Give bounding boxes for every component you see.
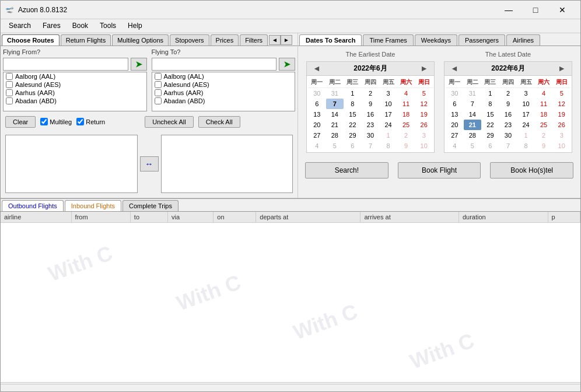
cal-day[interactable]: 2 (397, 130, 415, 141)
airport-checkbox-abd[interactable] (6, 97, 13, 104)
cal-day[interactable]: 30 (308, 88, 326, 99)
cal-day[interactable]: 7 (362, 141, 380, 151)
flying-to-input[interactable] (152, 58, 277, 71)
cal-day[interactable]: 8 (379, 141, 397, 151)
cal-day[interactable]: 7 (499, 141, 517, 151)
cal-day[interactable]: 2 (499, 88, 517, 99)
menu-search[interactable]: Search (3, 20, 37, 31)
from-routes-textarea[interactable] (5, 135, 138, 193)
cal-day[interactable]: 19 (415, 109, 433, 120)
cal-day[interactable]: 12 (415, 99, 433, 109)
tab-prices[interactable]: Prices (211, 34, 239, 46)
cal-day[interactable]: 5 (464, 141, 482, 151)
cal-day[interactable]: 13 (308, 109, 326, 120)
cal-day[interactable]: 14 (326, 109, 344, 120)
cal-day[interactable]: 23 (499, 120, 517, 130)
cal-day[interactable]: 20 (446, 120, 464, 130)
flying-to-list[interactable]: Aalborg (AAL) Aalesund (AES) Aarhus (AAR… (152, 72, 296, 111)
cal-day[interactable]: 10 (552, 141, 570, 151)
cal-day[interactable]: 22 (481, 120, 499, 130)
menu-help[interactable]: Help (122, 20, 148, 31)
cal-day[interactable]: 21 (326, 120, 344, 130)
cal-day[interactable]: 1 (379, 130, 397, 141)
airport-checkbox-aes[interactable] (6, 81, 13, 88)
check-all-button[interactable]: Check All (198, 116, 240, 128)
cal-day-today[interactable]: 7 (326, 99, 344, 109)
earliest-cal-prev[interactable]: ◄ (310, 64, 323, 73)
cal-day[interactable]: 4 (446, 141, 464, 151)
multileg-checkbox[interactable] (40, 118, 48, 125)
latest-cal-prev[interactable]: ◄ (448, 64, 461, 73)
cal-day[interactable]: 31 (326, 88, 344, 99)
tab-inbound-flights[interactable]: Inbound Flights (65, 200, 121, 211)
cal-day[interactable]: 6 (308, 99, 326, 109)
cal-day[interactable]: 24 (379, 120, 397, 130)
cal-day[interactable]: 13 (446, 109, 464, 120)
tab-outbound-flights[interactable]: Outbound Flights (2, 200, 64, 211)
cal-day[interactable]: 2 (535, 130, 553, 141)
tab-airlines[interactable]: Airlines (506, 34, 540, 46)
cal-day[interactable]: 1 (481, 88, 499, 99)
cal-day[interactable]: 25 (535, 120, 553, 130)
tab-time-frames[interactable]: Time Frames (363, 34, 413, 46)
list-item[interactable]: Aalesund (AES) (152, 80, 295, 89)
cal-day[interactable]: 16 (499, 109, 517, 120)
cal-day[interactable]: 9 (499, 99, 517, 109)
cal-day[interactable]: 29 (481, 130, 499, 141)
cal-day[interactable]: 17 (379, 109, 397, 120)
list-item[interactable]: Aalborg (AAL) (4, 72, 146, 80)
cal-day[interactable]: 3 (379, 88, 397, 99)
to-airport-checkbox-abd[interactable] (155, 97, 162, 104)
cal-day[interactable]: 29 (344, 130, 362, 141)
list-item[interactable]: Abadan (ABD) (4, 97, 146, 105)
tab-scroll-prev[interactable]: ◄ (269, 35, 281, 45)
cal-day[interactable]: 28 (326, 130, 344, 141)
cal-day[interactable]: 9 (535, 141, 553, 151)
tab-stopovers[interactable]: Stopovers (170, 34, 209, 46)
tab-return-flights[interactable]: Return Flights (61, 34, 111, 46)
cal-day[interactable]: 5 (415, 88, 433, 99)
cal-day[interactable]: 6 (481, 141, 499, 151)
tab-scroll-next[interactable]: ► (281, 35, 292, 45)
cal-day[interactable]: 4 (308, 141, 326, 151)
cal-day[interactable]: 15 (481, 109, 499, 120)
uncheck-all-button[interactable]: Uncheck All (145, 116, 193, 128)
cal-day[interactable]: 22 (344, 120, 362, 130)
cal-day[interactable]: 1 (517, 130, 535, 141)
cal-day[interactable]: 12 (552, 99, 570, 109)
tab-filters[interactable]: Filters (240, 34, 268, 46)
tab-complete-trips[interactable]: Complete Trips (123, 200, 178, 211)
cal-day[interactable]: 1 (344, 88, 362, 99)
cal-day[interactable]: 10 (379, 99, 397, 109)
tab-weekdays[interactable]: Weekdays (415, 34, 457, 46)
cal-day[interactable]: 3 (517, 88, 535, 99)
cal-day[interactable]: 10 (517, 99, 535, 109)
flight-table-container[interactable]: airline from to via on departs at arrive… (1, 212, 580, 382)
cal-day[interactable]: 18 (397, 109, 415, 120)
list-item[interactable]: Abadan (ABD) (152, 97, 295, 105)
tab-dates-to-search[interactable]: Dates To Search (299, 34, 362, 46)
latest-cal-next[interactable]: ► (555, 64, 568, 73)
cal-day[interactable]: 11 (535, 99, 553, 109)
list-item[interactable]: Aalesund (AES) (4, 80, 146, 89)
cal-day[interactable]: 3 (415, 130, 433, 141)
cal-day[interactable]: 5 (326, 141, 344, 151)
tab-choose-routes[interactable]: Choose Routes (2, 34, 60, 46)
list-item[interactable]: Aalborg (AAL) (152, 72, 295, 80)
cal-day[interactable]: 27 (308, 130, 326, 141)
cal-day[interactable]: 8 (344, 99, 362, 109)
cal-day[interactable]: 11 (397, 99, 415, 109)
swap-button[interactable]: ↔ (140, 156, 159, 172)
menu-fares[interactable]: Fares (37, 20, 66, 31)
cal-day[interactable]: 23 (362, 120, 380, 130)
to-airport-checkbox-aar[interactable] (155, 89, 162, 96)
cal-day[interactable]: 8 (517, 141, 535, 151)
cal-day-selected[interactable]: 21 (464, 120, 482, 130)
tab-passengers[interactable]: Passengers (459, 34, 505, 46)
cal-day[interactable]: 30 (446, 88, 464, 99)
to-airport-checkbox-aes[interactable] (155, 81, 162, 88)
close-button[interactable]: ✕ (549, 1, 576, 19)
book-flight-button[interactable]: Book Flight (398, 162, 481, 178)
cal-day[interactable]: 20 (308, 120, 326, 130)
cal-day[interactable]: 30 (499, 130, 517, 141)
